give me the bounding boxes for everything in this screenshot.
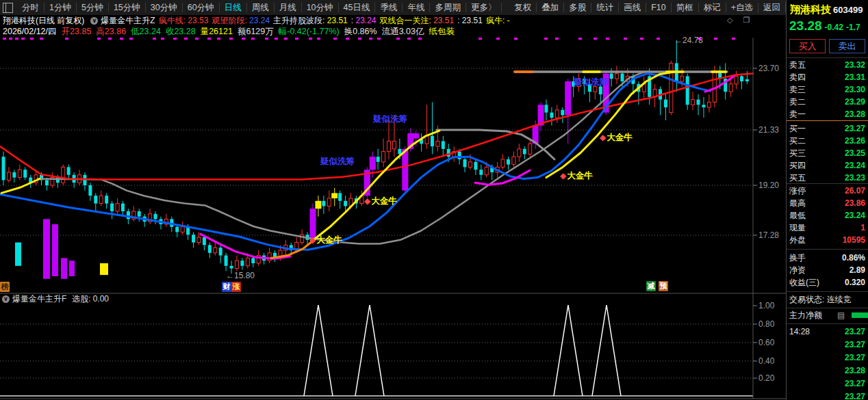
ohlc-field-2: 低23.24: [131, 27, 161, 36]
toolbar-tool-0[interactable]: 复权: [509, 3, 537, 12]
bid-row-1[interactable]: 买一23.27: [787, 122, 868, 135]
bid-row-4[interactable]: 买四23.24: [787, 159, 868, 172]
period-toolbar: 分时1分钟5分钟15分钟30分钟60分钟日线周线月线10分钟45日线季线年线多周…: [0, 0, 786, 15]
toolbar-item-12[interactable]: 年线: [403, 3, 430, 12]
main-flow-row[interactable]: 主力净额▤: [787, 309, 868, 321]
gem-icon: ◆: [560, 171, 566, 181]
toolbar-tool-7[interactable]: 标记: [699, 3, 726, 12]
toolbar-tool-3[interactable]: 统计: [591, 3, 619, 12]
chevron-down-icon[interactable]: ∨: [2, 295, 10, 303]
layout-icon[interactable]: [3, 3, 13, 13]
ohlc-field-5: 额6129万: [238, 27, 274, 36]
ask-row-2[interactable]: 卖二23.29: [787, 96, 868, 108]
ask-row-1[interactable]: 卖一23.28: [787, 108, 868, 120]
sub-indicator-header: ∨ 爆量金牛主升F 选股: 0.00: [2, 294, 109, 304]
ask-row-4[interactable]: 卖四23.31: [787, 71, 868, 83]
toolbar-tool-2[interactable]: 多股: [564, 3, 591, 12]
gem-icon: ◆: [600, 133, 606, 142]
tick-row-2: 23.27: [787, 351, 868, 364]
toolbar-item-8[interactable]: 月线: [275, 3, 302, 12]
toolbar-item-3[interactable]: 15分钟: [109, 3, 146, 12]
divider: [787, 291, 868, 292]
trade-status: 交易状态: 连续竞: [787, 293, 868, 306]
buy-button[interactable]: 买入: [789, 39, 826, 53]
toolbar-item-9[interactable]: 10分钟: [302, 3, 339, 12]
toolbar-item-11[interactable]: 季线: [375, 3, 403, 12]
sub-axis-label-0: 1.00: [758, 301, 774, 310]
stat-1: 最高23.86: [787, 197, 868, 209]
bid-row-3[interactable]: 买三23.25: [787, 147, 868, 159]
toolbar-item-6[interactable]: 日线: [220, 3, 247, 12]
annotation-xiqi-1: 疑似洗筹: [373, 114, 407, 125]
indicator-field-6: 疯牛: -: [486, 16, 510, 25]
annotation-dajinniu-3: ◆大金牛: [309, 235, 342, 246]
stat-0: 涨停26.07: [787, 185, 868, 197]
tick-row-0: 14:2823.27: [787, 325, 868, 338]
toolbar-tool-1[interactable]: 叠加: [537, 3, 564, 12]
price-change: -0.42: [825, 23, 843, 32]
toolbar-item-5[interactable]: 60分钟: [183, 3, 220, 12]
toolbar-tool-8[interactable]: +自选: [726, 3, 758, 12]
indicator-field-4: 双线合一关注: 23.51: [379, 16, 454, 25]
ohlc-field-8: 流通3.03亿: [382, 27, 424, 36]
toolbar-tool-9[interactable]: 返回: [758, 3, 786, 12]
sub-indicator-name[interactable]: 爆量金牛主升F: [12, 293, 66, 305]
toolbar-item-1[interactable]: 1分钟: [44, 3, 77, 12]
flow-bar: [852, 312, 868, 318]
sub-axis-label-2: 0.60: [758, 338, 774, 347]
toolbar-item-2[interactable]: 5分钟: [77, 3, 109, 12]
indicator-name[interactable]: 爆量金牛主升Z: [101, 15, 155, 27]
divider: [787, 120, 868, 121]
toolbar-item-7[interactable]: 周线: [247, 3, 275, 12]
date-label: 2026/02/12/四: [3, 26, 57, 38]
indicator-header-row: 翔港科技(日线 前复权) ∨ 爆量金牛主升Z 疯牛线: 23.53观望阶段: 2…: [0, 15, 786, 26]
ask-row-3[interactable]: 卖三23.30: [787, 83, 868, 96]
divider: [787, 323, 868, 324]
annotation-xiqi-2: 疑似洗筹: [574, 77, 608, 88]
indicator-field-3: : 23.24: [351, 16, 376, 25]
indicator-values: 疯牛线: 23.53观望阶段: 23.24主升持股波段: 23.51: 23.2…: [159, 15, 513, 27]
toolbar-item-0[interactable]: 分时: [17, 3, 44, 12]
toolbar-item-13[interactable]: 多周期: [430, 3, 466, 12]
last-price: 23.28: [789, 18, 822, 33]
indicator-field-2: 主升持股波段: 23.51: [273, 16, 348, 25]
toolbar-tool-6[interactable]: 简框: [672, 3, 699, 12]
toolbar-tool-5[interactable]: F10: [646, 3, 672, 12]
price-change-pct: -1.7: [846, 23, 860, 32]
stock-title: 翔港科技603499: [790, 3, 863, 16]
stat-2: 最低23.24: [787, 209, 868, 222]
ohlc-field-1: 高23.86: [96, 27, 126, 36]
toolbar-item-10[interactable]: 45日线: [339, 3, 376, 12]
chevron-down-icon[interactable]: ∨: [90, 17, 98, 25]
ask-row-5[interactable]: 卖五23.32: [787, 59, 868, 71]
tool-items: 复权叠加多股统计画线F10简框标记+自选返回: [509, 0, 786, 15]
bid-row-2[interactable]: 买二23.26: [787, 135, 868, 147]
ohlc-info-row: 2026/02/12/四 开23.85高23.86低23.24收23.28量26…: [0, 26, 786, 38]
sub-axis-label-4: 0.20: [758, 373, 774, 383]
toolbar-item-14[interactable]: 更多〉: [466, 3, 502, 12]
annotation-dajinniu-6: ◆大金牛: [600, 132, 633, 144]
bid-row-5[interactable]: 买五23.23: [787, 172, 868, 184]
ohlc-field-7: 换0.86%: [344, 27, 377, 36]
stat2-0: 换手0.86%: [787, 252, 868, 264]
stat-4: 外盘10595: [787, 234, 868, 246]
tick-row-3: 23.28: [787, 364, 868, 377]
chart-badge-2: 涨: [231, 282, 241, 292]
chart-corner-icons[interactable]: ◇ ❐: [727, 16, 754, 25]
stock-code: 603499: [833, 5, 863, 15]
main-axis-label-3: 17.28: [758, 230, 779, 240]
stock-name: 翔港科技: [790, 3, 831, 15]
divider: [787, 57, 868, 58]
sell-button[interactable]: 卖出: [829, 39, 865, 53]
sub-axis-label-3: 0.40: [758, 356, 774, 366]
chart-badge-4: 预: [659, 281, 668, 291]
period-items: 分时1分钟5分钟15分钟30分钟60分钟日线周线月线10分钟45日线季线年线多周…: [17, 0, 502, 15]
ohlc-field-6: 幅-0.42(-1.77%): [279, 27, 340, 36]
toolbar-tool-4[interactable]: 画线: [619, 3, 646, 12]
annotation-xiqi-0: 疑似洗筹: [320, 156, 355, 168]
sub-axis-label-1: 0.80: [758, 319, 774, 329]
toolbar-item-4[interactable]: 30分钟: [146, 3, 183, 12]
ohlc-field-0: 开23.85: [62, 27, 92, 36]
chart-tab-label[interactable]: 翔港科技(日线 前复权): [3, 15, 84, 27]
indicator-field-0: 疯牛线: 23.53: [159, 16, 209, 25]
